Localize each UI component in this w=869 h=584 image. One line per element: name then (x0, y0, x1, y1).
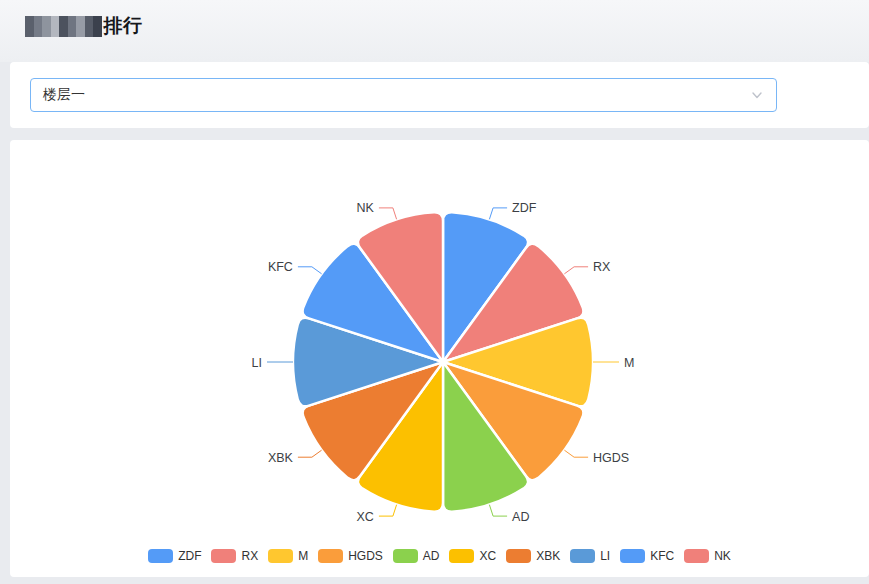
pie-label-line (489, 208, 507, 219)
legend-marker-icon (268, 549, 293, 563)
pie-label: KFC (268, 260, 293, 274)
pie-label: XBK (268, 451, 294, 465)
legend-marker-icon (393, 549, 418, 563)
legend-marker-icon (620, 549, 645, 563)
chevron-down-icon (750, 88, 764, 102)
redacted-title-blocks (25, 16, 102, 37)
pie-chart: ZDFRXMHGDSADXCXBKLIKFCNK (10, 140, 869, 535)
legend-label: HGDS (348, 549, 383, 563)
pie-label: HGDS (593, 451, 629, 465)
legend-item-KFC[interactable]: KFC (620, 549, 674, 563)
legend-item-RX[interactable]: RX (211, 549, 258, 563)
legend-label: XC (479, 549, 496, 563)
legend-marker-icon (148, 549, 173, 563)
pie-label-line (379, 505, 397, 516)
legend-item-XC[interactable]: XC (449, 549, 496, 563)
legend-label: KFC (650, 549, 674, 563)
legend-label: RX (241, 549, 258, 563)
page-title-text: 排行 (104, 13, 143, 39)
legend-label: NK (714, 549, 731, 563)
page-header: 排行 (0, 0, 869, 62)
legend-label: ZDF (178, 549, 201, 563)
legend-item-M[interactable]: M (268, 549, 308, 563)
legend-item-XBK[interactable]: XBK (506, 549, 560, 563)
page-title: 排行 (25, 13, 869, 39)
legend-label: LI (600, 549, 610, 563)
pie-label: NK (357, 201, 375, 215)
legend-marker-icon (211, 549, 236, 563)
pie-label-line (564, 450, 588, 457)
legend-marker-icon (570, 549, 595, 563)
legend-item-AD[interactable]: AD (393, 549, 440, 563)
legend-item-HGDS[interactable]: HGDS (318, 549, 383, 563)
legend-marker-icon (449, 549, 474, 563)
legend-marker-icon (684, 549, 709, 563)
legend-item-NK[interactable]: NK (684, 549, 731, 563)
legend-label: M (298, 549, 308, 563)
pie-label-line (298, 450, 322, 457)
legend-item-LI[interactable]: LI (570, 549, 610, 563)
chart-card: ZDFRXMHGDSADXCXBKLIKFCNK ZDFRXMHGDSADXCX… (10, 140, 869, 577)
legend-item-ZDF[interactable]: ZDF (148, 549, 201, 563)
legend-marker-icon (506, 549, 531, 563)
pie-label-line (489, 505, 507, 516)
legend-label: XBK (536, 549, 560, 563)
pie-label: RX (593, 260, 611, 274)
pie-label-line (298, 267, 322, 274)
legend-label: AD (423, 549, 440, 563)
legend-marker-icon (318, 549, 343, 563)
pie-label-line (564, 267, 588, 274)
pie-label-line (379, 208, 397, 219)
filter-card: 楼层一 (10, 62, 869, 128)
floor-select-value: 楼层一 (43, 86, 85, 104)
pie-label: ZDF (512, 201, 537, 215)
pie-label: AD (512, 510, 529, 524)
chart-legend: ZDFRXMHGDSADXCXBKLIKFCNK (10, 549, 869, 563)
pie-label: M (624, 356, 634, 370)
pie-label: LI (252, 356, 262, 370)
floor-select[interactable]: 楼层一 (30, 78, 777, 112)
pie-label: XC (357, 510, 374, 524)
